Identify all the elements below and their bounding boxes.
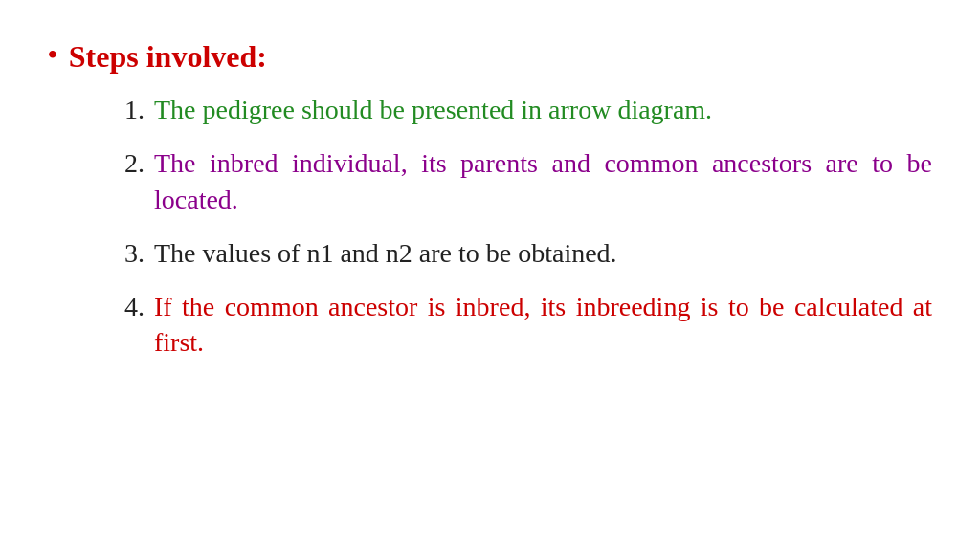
item-number-4: 4.	[124, 289, 145, 325]
steps-bullet: • Steps involved:	[48, 38, 932, 75]
list-item-3: 3. The values of n1 and n2 are to be obt…	[124, 235, 932, 272]
item-number-1: 1.	[124, 92, 145, 128]
item-text-4: If the common ancestor is inbred, its in…	[154, 289, 932, 362]
item-text-3: The values of n1 and n2 are to be obtain…	[154, 235, 932, 272]
slide: • Steps involved: 1. The pedigree should…	[0, 0, 980, 551]
list-item-4: 4. If the common ancestor is inbred, its…	[124, 289, 932, 362]
item-text-1: The pedigree should be presented in arro…	[154, 92, 932, 128]
steps-label: Steps involved:	[69, 38, 267, 75]
item-number-2: 2.	[124, 145, 145, 182]
item-text-2: The inbred individual, its parents and c…	[154, 145, 932, 218]
numbered-list: 1. The pedigree should be presented in a…	[124, 92, 932, 361]
list-item-2: 2. The inbred individual, its parents an…	[124, 145, 932, 218]
item-number-3: 3.	[124, 235, 145, 272]
bullet-dot: •	[48, 38, 57, 71]
list-item-1: 1. The pedigree should be presented in a…	[124, 92, 932, 128]
